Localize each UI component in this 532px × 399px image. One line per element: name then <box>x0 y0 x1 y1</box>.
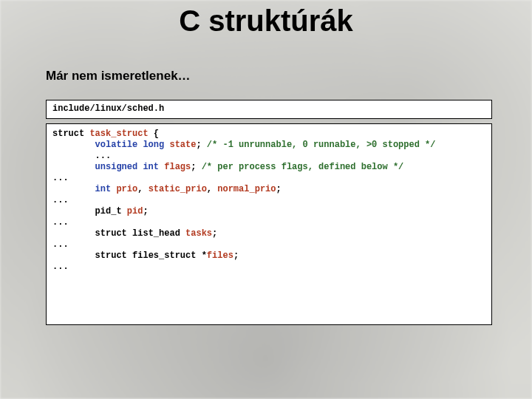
code-token: struct <box>52 129 84 139</box>
code-token <box>52 162 95 172</box>
slide-title: C struktúrák <box>0 4 532 38</box>
code-token: ; <box>212 228 217 239</box>
code-token: ; <box>233 250 239 261</box>
code-token: files_struct * <box>127 250 207 261</box>
code-token: ... <box>52 217 69 228</box>
code-token: task_struct <box>89 129 148 139</box>
code-token <box>52 184 95 194</box>
code-token: int <box>95 184 112 194</box>
code-token: long <box>143 140 164 150</box>
code-token: , <box>207 184 217 194</box>
code-token: , <box>137 184 148 194</box>
code-token: files <box>207 250 233 261</box>
code-token <box>52 250 95 261</box>
code-token: static_prio <box>149 184 207 194</box>
code-token: ... <box>52 262 69 272</box>
code-token: ; <box>143 206 148 216</box>
code-token: prio <box>116 184 137 194</box>
slide-subtitle: Már nem ismeretlenek… <box>46 69 532 83</box>
code-token: struct <box>95 250 127 261</box>
code-token: list_head <box>127 228 185 239</box>
code-token: /* -1 unrunnable, 0 runnable, >0 stopped… <box>207 140 436 150</box>
code-token: ; <box>196 140 206 150</box>
code-token: state <box>169 140 196 150</box>
code-token: ... <box>52 239 69 250</box>
code-token: tasks <box>185 228 212 239</box>
code-box: struct task_struct { volatile long state… <box>46 123 492 325</box>
code-token: ... <box>52 151 111 161</box>
code-token: struct <box>95 228 127 239</box>
code-token: pid_t <box>52 206 127 216</box>
slide: C struktúrák Már nem ismeretlenek… inclu… <box>0 0 532 399</box>
code-token: /* per process flags, defined below */ <box>202 162 404 172</box>
code-token: volatile <box>95 140 138 150</box>
code-token: int <box>143 162 159 172</box>
code-token <box>52 228 95 239</box>
code-token <box>52 140 95 150</box>
code-token: ; <box>276 184 281 194</box>
code-token: pid <box>127 206 143 216</box>
code-token: ... <box>52 173 69 183</box>
code-token: { <box>149 129 159 139</box>
code-token: ... <box>52 195 69 205</box>
file-path-box: include/linux/sched.h <box>46 100 492 119</box>
code-token: normal_prio <box>217 184 276 194</box>
code-token: ; <box>191 162 201 172</box>
code-token: unsigned <box>95 162 138 172</box>
code-token: flags <box>164 162 191 172</box>
